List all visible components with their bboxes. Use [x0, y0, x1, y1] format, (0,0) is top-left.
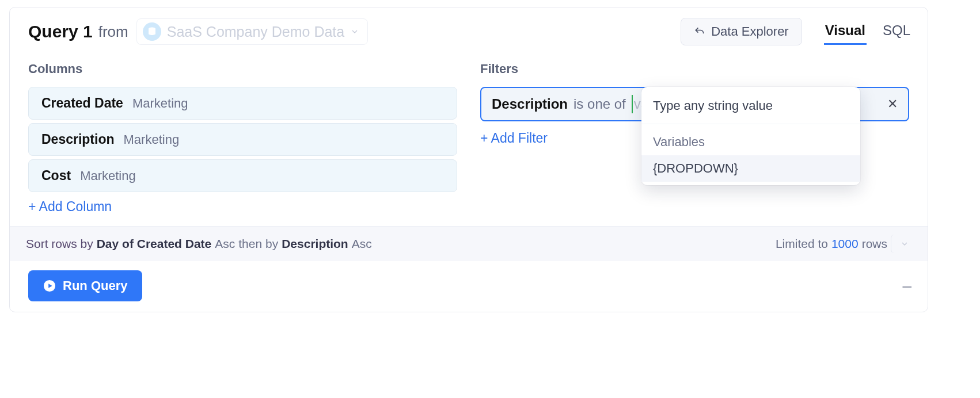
sort-then: then by	[238, 237, 278, 251]
column-item[interactable]: Description Marketing	[28, 123, 457, 156]
chevron-down-icon	[350, 27, 359, 36]
data-explorer-button[interactable]: Data Explorer	[681, 18, 802, 45]
sort-primary: Day of Created Date	[97, 237, 212, 251]
datasource-selector[interactable]: SaaS Company Demo Data	[136, 18, 368, 45]
expand-sort-icon[interactable]	[891, 235, 911, 253]
limit-value[interactable]: 1000	[831, 237, 859, 251]
column-tag: Marketing	[124, 132, 180, 147]
sort-secondary: Description	[282, 237, 348, 251]
column-name: Created Date	[41, 95, 123, 111]
filter-field: Description	[492, 96, 568, 112]
filter-operator: is one of	[573, 96, 626, 112]
run-row: Run Query –	[10, 261, 928, 312]
play-icon	[43, 280, 56, 292]
run-query-button[interactable]: Run Query	[28, 270, 142, 301]
data-explorer-label: Data Explorer	[711, 24, 789, 39]
datasource-name: SaaS Company Demo Data	[167, 24, 344, 40]
database-icon	[143, 22, 161, 41]
clear-filter-icon[interactable]: ✕	[887, 97, 898, 112]
filters-section: Filters Description is one of ✕ + Add Fi…	[480, 62, 909, 215]
columns-heading: Columns	[28, 62, 457, 76]
chevron-down-icon	[900, 239, 909, 248]
collapse-panel-icon[interactable]: –	[902, 278, 911, 294]
limit-prefix: Limited to	[776, 237, 828, 251]
divider	[641, 124, 860, 124]
column-name: Description	[41, 132, 115, 147]
tab-visual[interactable]: Visual	[824, 19, 867, 45]
column-item[interactable]: Cost Marketing	[28, 159, 457, 192]
popup-input-hint[interactable]: Type any string value	[641, 93, 860, 119]
undo-icon	[694, 26, 705, 37]
limit-suffix: rows	[862, 237, 887, 251]
columns-section: Columns Created Date Marketing Descripti…	[28, 62, 457, 215]
from-label: from	[98, 23, 128, 41]
sort-primary-dir: Asc	[215, 237, 235, 251]
query-title[interactable]: Query 1	[28, 22, 93, 41]
query-body: Columns Created Date Marketing Descripti…	[10, 51, 928, 226]
popup-variables-label: Variables	[641, 129, 860, 155]
editor-tabs: Visual SQL	[824, 19, 911, 45]
run-query-label: Run Query	[63, 278, 127, 293]
tab-sql[interactable]: SQL	[882, 19, 911, 45]
column-tag: Marketing	[80, 169, 136, 183]
sort-secondary-dir: Asc	[352, 237, 372, 251]
add-column-button[interactable]: + Add Column	[28, 199, 457, 215]
popup-variable-item[interactable]: {DROPDOWN}	[641, 155, 860, 182]
column-name: Cost	[41, 168, 71, 183]
column-tag: Marketing	[132, 96, 188, 111]
sort-bar[interactable]: Sort rows by Day of Created Date Asc the…	[10, 226, 928, 261]
filter-suggestions-popup: Type any string value Variables {DROPDOW…	[641, 87, 860, 185]
query-panel: Query 1 from SaaS Company Demo Data Data…	[9, 7, 928, 312]
column-item[interactable]: Created Date Marketing	[28, 87, 457, 120]
filters-heading: Filters	[480, 62, 909, 76]
sort-prefix: Sort rows by	[26, 237, 93, 251]
query-header: Query 1 from SaaS Company Demo Data Data…	[10, 7, 928, 51]
